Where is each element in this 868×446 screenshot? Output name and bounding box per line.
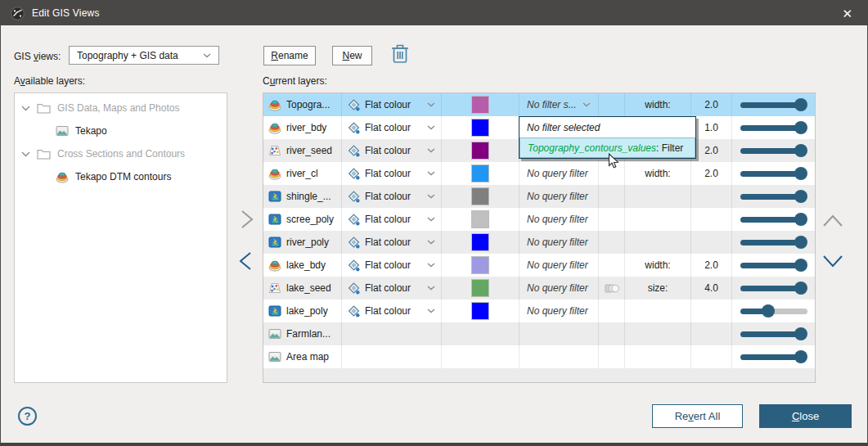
slider-knob[interactable] [794,213,807,226]
remove-layer-arrow-left[interactable] [235,250,258,273]
colour-mode-select[interactable]: Flat colour [342,162,442,185]
rename-button[interactable]: Rename [263,46,316,65]
gis-views-select[interactable]: Topography + GIS data [69,46,219,65]
slider-knob[interactable] [794,98,807,111]
colour-mode-select[interactable]: Flat colour [342,231,442,254]
param-value[interactable] [691,185,732,208]
opacity-slider[interactable] [740,97,807,112]
tree-folder-cross-sections[interactable]: Cross Sections and Contours [15,142,227,165]
colour-mode-select[interactable]: Flat colour [342,208,442,231]
slider-knob[interactable] [794,327,807,340]
help-button[interactable]: ? [18,407,37,426]
table-row[interactable]: Farmlan... [263,322,815,345]
tree-folder-gis-data[interactable]: GIS Data, Maps and Photos [15,97,227,119]
opacity-slider[interactable] [740,120,807,135]
colour-swatch[interactable] [471,187,489,205]
table-row[interactable]: river_cl Flat colour No query filter wid… [263,162,815,185]
param-value[interactable]: 4.0 [691,277,732,300]
colour-swatch[interactable] [471,256,489,274]
opacity-slider[interactable] [740,212,807,227]
param-value[interactable] [691,208,732,231]
param-value[interactable] [691,300,732,322]
filter-select[interactable] [519,345,599,368]
opacity-slider[interactable] [740,349,807,364]
table-row[interactable]: lake_bdy Flat colour No query filter wid… [263,254,815,277]
table-row[interactable]: lake_seed Flat colour No query filter si… [263,277,815,300]
colour-mode-select[interactable] [342,322,442,345]
table-row[interactable]: river_poly Flat colour No query filter [263,231,815,254]
colour-swatch[interactable] [471,119,489,137]
colour-swatch[interactable] [471,233,489,251]
filter-select[interactable] [519,322,599,345]
filter-select[interactable]: No query filter [519,277,599,300]
move-layer-down-arrow[interactable] [821,250,844,273]
filter-select[interactable]: No query filter [519,208,599,231]
table-row[interactable]: Area map [263,345,815,368]
tree-item-label: Tekapo [75,125,107,137]
new-button[interactable]: New [332,46,372,65]
close-icon[interactable]: ✕ [837,6,857,21]
filter-select[interactable]: No query filter [519,162,599,185]
tree-item-tekapo-dtm-contours[interactable]: Tekapo DTM contours [15,165,227,188]
slider-knob[interactable] [794,121,807,134]
param-value[interactable]: 1.0 [691,116,732,139]
param-value[interactable]: 2.0 [691,162,732,185]
dropdown-item-no-filter[interactable]: No filter selected [519,117,695,137]
colour-swatch[interactable] [471,164,489,182]
param-value[interactable] [691,322,732,345]
delete-trash-icon[interactable] [390,43,410,65]
opacity-slider[interactable] [740,258,807,273]
colour-swatch[interactable] [471,142,489,160]
move-layer-up-arrow[interactable] [821,209,844,232]
shapes-icon[interactable] [605,283,619,294]
colour-mode-select[interactable]: Flat colour [342,277,442,300]
table-row[interactable]: scree_poly Flat colour No query filter [263,208,815,231]
colour-swatch[interactable] [471,302,489,320]
table-row[interactable]: Topogra... Flat colour No filter s... wi… [263,93,815,116]
table-row[interactable]: shingle_... Flat colour No query filter [263,185,815,208]
opacity-slider[interactable] [740,189,807,204]
slider-knob[interactable] [762,304,775,318]
colour-mode-select[interactable]: Flat colour [342,185,442,208]
param-value[interactable]: 2.0 [691,93,732,116]
slider-knob[interactable] [794,259,807,272]
slider-knob[interactable] [794,236,807,249]
filter-select[interactable]: No query filter [519,300,599,322]
opacity-slider[interactable] [740,235,807,250]
tree-item-tekapo[interactable]: Tekapo [15,119,227,142]
colour-mode-select[interactable]: Flat colour [342,254,442,277]
opacity-slider[interactable] [740,281,807,295]
slider-knob[interactable] [794,144,807,157]
add-layer-arrow-right[interactable] [235,208,258,231]
param-value[interactable]: 2.0 [691,139,732,162]
slider-knob[interactable] [794,167,807,180]
opacity-slider[interactable] [740,143,807,158]
chevron-down-icon[interactable] [21,106,30,111]
colour-mode-select[interactable]: Flat colour [342,93,442,116]
slider-knob[interactable] [794,282,807,295]
opacity-slider[interactable] [740,327,807,341]
close-button[interactable]: Close [759,404,852,428]
opacity-slider[interactable] [740,304,807,318]
colour-swatch[interactable] [471,279,489,297]
param-value[interactable] [691,345,732,368]
opacity-slider[interactable] [740,166,807,181]
param-value[interactable]: 2.0 [691,254,732,277]
filter-select[interactable]: No filter s... [519,93,599,116]
filter-select[interactable]: No query filter [519,254,599,277]
colour-mode-select[interactable]: Flat colour [342,116,442,139]
colour-swatch[interactable] [471,96,489,114]
colour-mode-select[interactable]: Flat colour [342,139,442,162]
revert-all-button[interactable]: Revert All [652,404,743,428]
filter-select[interactable]: No query filter [519,185,599,208]
colour-swatch[interactable] [471,210,489,228]
table-row[interactable]: lake_poly Flat colour No query filter [263,300,815,322]
colour-mode-select[interactable] [342,345,442,368]
slider-knob[interactable] [794,190,807,203]
colour-mode-select[interactable]: Flat colour [342,300,442,322]
param-value[interactable] [691,231,732,254]
layer-type-icon [268,144,281,157]
slider-knob[interactable] [794,350,807,363]
filter-select[interactable]: No query filter [519,231,599,254]
chevron-down-icon[interactable] [21,151,30,157]
